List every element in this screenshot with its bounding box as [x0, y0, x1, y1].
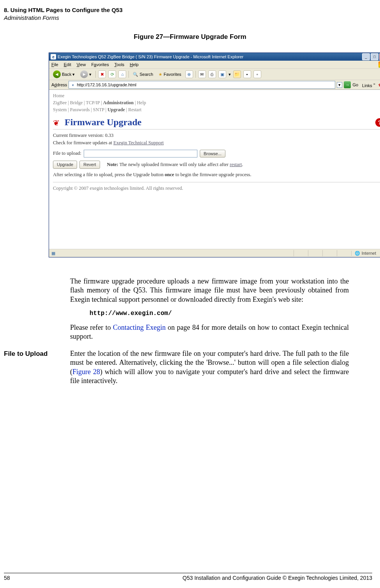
page-icon: e — [70, 82, 75, 87]
figure-caption: Figure 27—Firmware Upgrade Form — [0, 33, 380, 41]
body-paragraph-2: Please refer to Contacting Exegin on pag… — [70, 323, 349, 341]
menu-tools[interactable]: Tools — [114, 62, 125, 67]
addon-icon[interactable]: ✿ ▾ — [378, 82, 380, 88]
address-label: Address — [51, 82, 67, 87]
maximize-button[interactable]: □ — [371, 53, 378, 60]
address-bar: Address e http://172.16.16.1/upgrade.htm… — [49, 80, 380, 90]
tool-bar: ◄Back ▾ ► ▾ ✖ ⟳ ⌂ 🔍 Search ★ Favorites ⊕… — [49, 69, 380, 80]
extra-button-2[interactable]: ▫ — [253, 70, 261, 78]
figure-28-xref[interactable]: Figure 28 — [72, 368, 100, 376]
nav-help[interactable]: Help — [137, 100, 146, 105]
history-button[interactable]: ⊕ — [185, 70, 193, 78]
folder-button[interactable]: 📁 — [233, 70, 241, 78]
browser-screenshot: e Exegin Technologies Q52 ZigBee Bridge … — [49, 52, 380, 257]
upgrade-button[interactable]: Upgrade — [53, 161, 77, 169]
file-upload-input[interactable] — [84, 150, 197, 158]
menu-edit[interactable]: Edit — [64, 62, 71, 67]
file-to-upload-heading: File to Upload — [4, 349, 70, 386]
refresh-button[interactable]: ⟳ — [108, 70, 116, 78]
minimize-button[interactable]: _ — [362, 53, 370, 60]
favorites-button[interactable]: ★ Favorites — [157, 70, 183, 78]
footer-text: Q53 Installation and Configuration Guide… — [183, 575, 372, 581]
nav-sntp[interactable]: SNTP — [93, 107, 104, 112]
help-icon[interactable]: ? — [375, 118, 380, 127]
page-number: 58 — [4, 575, 10, 581]
internet-zone-icon: 🌐 — [355, 251, 360, 256]
address-input[interactable]: e http://172.16.16.1/upgrade.html — [69, 81, 335, 89]
restart-link[interactable]: restart — [230, 162, 242, 167]
windows-flag-icon — [378, 61, 380, 68]
nav-passwords[interactable]: Passwords — [70, 107, 90, 112]
section-title: Administration Forms — [4, 14, 364, 22]
menu-file[interactable]: File — [51, 62, 58, 67]
instruction-prefix: After selecting a file to upload, press … — [53, 172, 165, 177]
home-button[interactable]: ⌂ — [118, 70, 126, 78]
file-to-upload-body: Enter the location of the new firmware f… — [70, 349, 349, 386]
menu-favorites[interactable]: Favorites — [91, 62, 109, 67]
address-value: http://172.16.16.1/upgrade.html — [77, 82, 136, 87]
status-bar: ▦ 🌐 Internet ◢ — [49, 249, 380, 257]
back-button[interactable]: ◄Back ▾ — [51, 70, 76, 78]
instruction-bold: once — [165, 172, 174, 177]
nav-bridge[interactable]: Bridge — [70, 100, 83, 105]
edit-button[interactable]: ▣ — [218, 70, 226, 78]
body-paragraph-1: The firmware upgrade procedure uploads a… — [70, 277, 349, 304]
menu-view[interactable]: View — [77, 62, 86, 67]
nav-restart[interactable]: Restart — [128, 107, 141, 112]
links-label[interactable]: Links » — [362, 82, 375, 88]
forward-button[interactable]: ► ▾ — [79, 70, 93, 78]
window-titlebar: e Exegin Technologies Q52 ZigBee Bridge … — [49, 53, 380, 61]
tech-support-link[interactable]: Exegin Technical Support — [113, 140, 164, 145]
page-content: ▲ ▼ Home ZigBee | Bridge | TCP/IP | Admi… — [49, 90, 380, 249]
stop-button[interactable]: ✖ — [98, 70, 106, 78]
copyright-text: Copyright © 2007 exegin technologies lim… — [53, 185, 380, 192]
exegin-url: http://www.exegin.com/ — [90, 310, 349, 318]
nav-zigbee[interactable]: ZigBee — [53, 100, 67, 105]
address-dropdown[interactable]: ▾ — [337, 82, 342, 88]
search-button[interactable]: 🔍 Search — [131, 70, 155, 78]
nav-upgrade[interactable]: Upgrade — [107, 107, 125, 112]
exegin-logo-icon: ❦ — [53, 118, 62, 127]
note-label: Note: — [107, 162, 118, 167]
nav-tcpip[interactable]: TCP/IP — [86, 100, 100, 105]
current-version-text: Current firmware version: 0.33 — [53, 132, 380, 139]
extra-button-1[interactable]: ▪ — [243, 70, 251, 78]
page-footer: 58 Q53 Installation and Configuration Gu… — [4, 573, 372, 581]
file-upload-label: File to upload: — [53, 150, 81, 157]
check-updates-prefix: Check for firmware updates at — [53, 140, 113, 145]
chapter-title: 8. Using HTML Pages to Configure the Q53 — [4, 6, 364, 14]
contacting-exegin-xref[interactable]: Contacting Exegin — [113, 324, 165, 331]
note-text: The newly uploaded firmware will only ta… — [118, 162, 230, 167]
revert-button[interactable]: Revert — [79, 161, 100, 169]
window-title: Exegin Technologies Q52 ZigBee Bridge ( … — [58, 54, 243, 59]
mail-button[interactable]: ✉ — [198, 70, 206, 78]
nav-administration[interactable]: Administration — [103, 100, 134, 105]
menu-help[interactable]: Help — [130, 62, 139, 67]
menu-bar: File Edit View Favorites Tools Help — [49, 61, 380, 69]
print-button[interactable]: ⎙ — [208, 70, 216, 78]
page-title: Firmware Upgrade — [65, 117, 142, 128]
divider — [53, 182, 380, 182]
ie-icon: e — [51, 54, 56, 60]
status-page-icon: ▦ — [51, 251, 55, 256]
browse-button[interactable]: Browse... — [200, 150, 225, 158]
divider — [53, 129, 380, 130]
go-button[interactable]: → — [344, 81, 351, 88]
go-label: Go — [352, 82, 358, 87]
instruction-suffix: to begin the firmware upgrade process. — [174, 172, 251, 177]
internet-zone-label: Internet — [362, 251, 376, 256]
nav-system[interactable]: System — [53, 107, 67, 112]
nav-home[interactable]: Home — [53, 93, 64, 98]
